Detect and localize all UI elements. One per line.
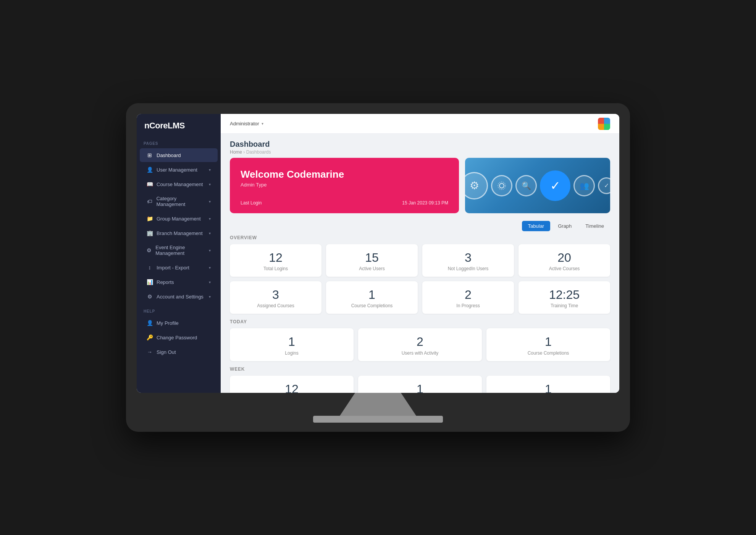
stat-value: 1 — [493, 335, 604, 349]
banner-image: ⚙ 🔍 ✓ 👥 ✓ — [465, 158, 610, 213]
admin-dropdown[interactable]: Administrator ▾ — [230, 121, 263, 126]
stat-training-time: 12:25 Training Time — [519, 281, 610, 314]
week-stats: 12 Logins 1 Users with Activity 1 Course… — [230, 376, 610, 393]
main-content: Administrator ▾ Dashboard H — [221, 114, 619, 393]
sidebar-item-label: My Profile — [157, 320, 179, 326]
dashboard-icon: ⊞ — [147, 152, 153, 158]
week-section-label: WEEK — [230, 366, 610, 372]
stat-label: Training Time — [525, 303, 604, 308]
stat-label: Assigned Courses — [236, 303, 315, 308]
gear-medium — [491, 175, 512, 196]
gear-icon: ⚙ — [147, 247, 152, 253]
sidebar-item-label: Account and Settings — [157, 294, 204, 300]
stat-value: 12 — [236, 251, 315, 264]
last-login-value: 15 Jan 2023 09:13 PM — [402, 200, 448, 206]
monitor-screen: nCoreLMS PAGES ⊞ Dashboard 👤 User Manage… — [137, 114, 619, 393]
building-icon: 🏢 — [147, 230, 153, 236]
stat-value: 3 — [428, 251, 508, 264]
sidebar-item-category-management[interactable]: 🏷 Category Management ▾ — [140, 192, 218, 211]
welcome-footer: Last Login 15 Jan 2023 09:13 PM — [241, 200, 448, 206]
sidebar-item-label: Group Management — [157, 216, 201, 222]
stat-value: 2 — [364, 335, 476, 349]
sidebar-item-my-profile[interactable]: 👤 My Profile — [140, 316, 218, 330]
sidebar-item-import-export[interactable]: ↕ Import - Export ▾ — [140, 261, 218, 274]
signout-icon: → — [147, 349, 153, 355]
sidebar-item-group-management[interactable]: 📁 Group Management ▾ — [140, 212, 218, 225]
stat-label: Users with Activity — [364, 350, 476, 356]
stat-label: Active Courses — [525, 266, 604, 271]
gear-search: 🔍 — [515, 175, 537, 196]
today-section-label: TODAY — [230, 319, 610, 324]
stat-completions-today: 1 Course Completions — [486, 328, 610, 361]
stat-value: 12 — [236, 383, 347, 393]
stat-label: Course Completions — [332, 303, 412, 308]
stat-value: 20 — [525, 251, 604, 264]
svg-point-0 — [499, 183, 504, 188]
sidebar-item-label: User Management — [157, 167, 197, 173]
stat-logins-today: 1 Logins — [230, 328, 354, 361]
sidebar-item-change-password[interactable]: 🔑 Change Password — [140, 331, 218, 344]
sidebar-item-label: Dashboard — [157, 152, 181, 158]
breadcrumb: Home › Dashboards — [230, 149, 610, 155]
stat-value: 3 — [236, 288, 315, 302]
chevron-icon: ▾ — [209, 231, 211, 235]
stat-logins-week: 12 Logins — [230, 376, 354, 393]
stat-in-progress: 2 In Progress — [422, 281, 514, 314]
chevron-icon: ▾ — [209, 168, 211, 172]
today-section: TODAY 1 Logins 2 Users with Activity 1 C — [230, 319, 610, 361]
page-title: Dashboard — [230, 140, 610, 149]
chevron-icon: ▾ — [209, 280, 211, 284]
app-logo: nCoreLMS — [137, 114, 221, 136]
last-login-label: Last Login — [241, 200, 262, 206]
page-header: Dashboard Home › Dashboards — [221, 134, 619, 158]
sidebar-item-label: Reports — [157, 279, 174, 285]
gear-small: ✓ — [598, 177, 610, 194]
sidebar-item-label: Course Management — [157, 182, 203, 187]
stat-value: 15 — [332, 251, 412, 264]
dropdown-chevron-icon: ▾ — [262, 122, 263, 126]
timeline-view-button[interactable]: Timeline — [579, 221, 610, 231]
icon-q1 — [598, 118, 604, 124]
topbar-right — [598, 118, 610, 130]
sidebar-item-branch-management[interactable]: 🏢 Branch Management ▾ — [140, 226, 218, 240]
help-section-label: HELP — [137, 304, 221, 316]
stat-label: Total Logins — [236, 266, 315, 271]
tag-icon: 🏷 — [147, 198, 152, 204]
tabular-view-button[interactable]: Tabular — [522, 221, 551, 231]
stat-completions-week: 1 Course Completions — [486, 376, 610, 393]
topbar-left: Administrator ▾ — [230, 121, 263, 126]
monitor-base — [313, 416, 443, 423]
stat-value: 2 — [428, 288, 508, 302]
sidebar-item-sign-out[interactable]: → Sign Out — [140, 345, 218, 359]
sidebar-item-account-settings[interactable]: ⚙ Account and Settings ▾ — [140, 290, 218, 303]
sidebar-item-course-management[interactable]: 📖 Course Management ▾ — [140, 177, 218, 191]
sidebar-item-user-management[interactable]: 👤 User Management ▾ — [140, 163, 218, 177]
graph-view-button[interactable]: Graph — [552, 221, 578, 231]
stat-active-courses: 20 Active Courses — [519, 244, 610, 277]
stat-label: Course Completions — [493, 350, 604, 356]
sidebar-item-label: Event Engine Management — [155, 245, 205, 256]
stat-label: In Progress — [428, 303, 508, 308]
app-color-icon[interactable] — [598, 118, 610, 130]
pages-section-label: PAGES — [137, 136, 221, 148]
stat-value: 1 — [364, 383, 476, 393]
banner-gears: ⚙ 🔍 ✓ 👥 ✓ — [465, 163, 610, 209]
sidebar-item-event-engine[interactable]: ⚙ Event Engine Management ▾ — [140, 241, 218, 260]
stat-value: 1 — [493, 383, 604, 393]
stat-total-logins: 12 Total Logins — [230, 244, 321, 277]
view-toggle: Tabular Graph Timeline — [230, 221, 610, 231]
sidebar-item-dashboard[interactable]: ⊞ Dashboard — [140, 148, 218, 162]
breadcrumb-home[interactable]: Home — [230, 149, 242, 155]
breadcrumb-sep: › — [243, 149, 246, 155]
welcome-title: Welcome Codemarine — [241, 169, 448, 180]
icon-q2 — [604, 118, 610, 124]
stat-assigned-courses: 3 Assigned Courses — [230, 281, 321, 314]
sidebar-item-label: Import - Export — [157, 265, 189, 271]
monitor-frame: nCoreLMS PAGES ⊞ Dashboard 👤 User Manage… — [126, 103, 630, 432]
sidebar-item-reports[interactable]: 📊 Reports ▾ — [140, 275, 218, 289]
icon-q4 — [604, 124, 610, 130]
today-stats: 1 Logins 2 Users with Activity 1 Course … — [230, 328, 610, 361]
gear-check: ✓ — [540, 170, 570, 201]
welcome-card: Welcome Codemarine Admin Type Last Login… — [230, 158, 459, 213]
stat-not-loggedin: 3 Not LoggedIn Users — [422, 244, 514, 277]
